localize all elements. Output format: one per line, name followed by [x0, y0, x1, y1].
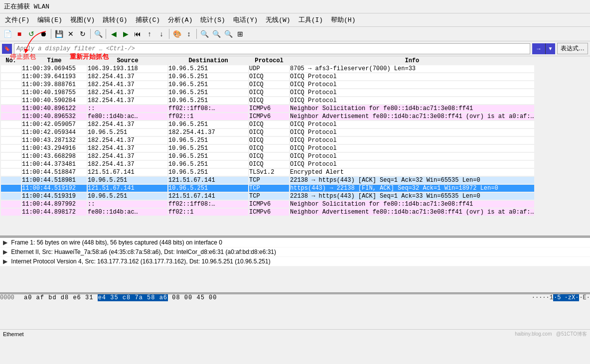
col-header-source: Source [88, 57, 167, 64]
table-row[interactable]: 11:00:43.668298182.254.41.3710.96.5.251O… [1, 153, 534, 160]
packet-detail: ▶ Frame 1: 56 bytes on wire (448 bits), … [0, 238, 590, 266]
cell-info: 22138 → https(443) [ACK] Seq=1 Ack=33 Wi… [290, 193, 534, 200]
close-file-btn[interactable]: ✕ [65, 28, 76, 39]
cell-time: 11:00:39.069455 [22, 65, 87, 72]
cell-proto: OICQ [249, 97, 289, 104]
cell-info: Encrypted Alert [290, 169, 534, 176]
expand-icon: ▶ [3, 248, 9, 255]
menu-item-f[interactable]: 文件(F) [2, 14, 32, 25]
colorize-btn[interactable]: 🎨 [171, 28, 182, 39]
zoom-normal-btn[interactable]: 🔍 [223, 28, 234, 39]
cell-source: 10.96.5.251 [88, 193, 167, 200]
cell-info: OICQ Protocol [290, 153, 534, 160]
cell-no [1, 89, 21, 96]
find-btn[interactable]: 🔍 [93, 28, 104, 39]
filter-apply-btn[interactable]: → [532, 43, 545, 54]
cell-dest: ff02::1ff08:… [168, 201, 248, 208]
table-row[interactable]: 11:00:42.05934410.96.5.251182.254.41.37O… [1, 129, 534, 136]
table-row[interactable]: 11:00:44.898172fe80::1d4b:ac…ff02::1ICMP… [1, 209, 534, 216]
table-row[interactable]: 11:00:44.519192121.51.67.14110.96.5.251T… [1, 185, 534, 192]
cell-source: 182.254.41.37 [88, 89, 167, 96]
table-row[interactable]: 11:00:39.888761182.254.41.3710.96.5.251O… [1, 81, 534, 88]
go-to-next-btn[interactable]: ↓ [156, 28, 167, 39]
menu-item-c[interactable]: 捕获(C) [133, 14, 163, 25]
menu-item-e[interactable]: 编辑(E) [34, 14, 65, 25]
cell-dest: 10.96.5.251 [168, 145, 248, 152]
table-row[interactable]: 11:00:40.590284182.254.41.3710.96.5.251O… [1, 97, 534, 104]
table-row[interactable]: 11:00:42.059057182.254.41.3710.96.5.251O… [1, 121, 534, 128]
table-row[interactable]: 11:00:40.896532fe80::1d4b:ac…ff02::1ICMP… [1, 113, 534, 120]
cell-source: 121.51.67.141 [88, 185, 167, 192]
expand-icon: ▶ [3, 239, 9, 246]
menu-item-w[interactable]: 无线(W) [263, 14, 293, 25]
cell-dest: 121.51.67.141 [168, 177, 248, 184]
menu-item-a[interactable]: 分析(A) [165, 14, 195, 25]
cell-info: OICQ Protocol [290, 145, 534, 152]
cell-dest: 10.96.5.251 [168, 121, 248, 128]
reload-btn[interactable]: ↻ [77, 28, 88, 39]
table-row[interactable]: 11:00:39.069455106.39.193.11810.96.5.251… [1, 65, 534, 72]
forward-btn[interactable]: ▶ [120, 28, 131, 39]
restart-capture-btn[interactable]: ↺ [26, 28, 37, 39]
cell-no [1, 209, 21, 216]
menu-item-h[interactable]: 帮助(H) [328, 14, 358, 25]
menu-item-y[interactable]: 电话(Y) [230, 14, 261, 25]
table-row[interactable]: 11:00:43.294916182.254.41.3710.96.5.251O… [1, 145, 534, 152]
detail-row[interactable]: ▶ Frame 1: 56 bytes on wire (448 bits), … [0, 238, 590, 247]
zoom-in-btn[interactable]: 🔍 [199, 28, 210, 39]
cell-no [1, 121, 21, 128]
hex-ascii-before: ·····1 [532, 294, 553, 301]
table-header-row: No. Time Source Destination Protocol Inf… [1, 57, 534, 64]
ethernet-label: Ethernet [3, 331, 24, 337]
table-row[interactable]: 11:00:39.641193182.254.41.3710.96.5.251O… [1, 73, 534, 80]
expand-icon: ▶ [3, 258, 9, 265]
resize-cols-btn[interactable]: ⊞ [235, 28, 246, 39]
menu-item-i[interactable]: 工具(I) [295, 14, 326, 25]
cell-dest: 10.96.5.251 [168, 97, 248, 104]
cell-time: 11:00:44.519319 [22, 193, 87, 200]
cell-source: 182.254.41.37 [88, 121, 167, 128]
filter-bookmark[interactable]: 🔖 [2, 44, 12, 54]
autoscroll-btn[interactable]: ↕ [183, 28, 194, 39]
save-btn[interactable]: 💾 [53, 28, 64, 39]
cell-proto: TCP [249, 185, 289, 192]
go-to-prev-btn[interactable]: ↑ [144, 28, 155, 39]
expression-btn[interactable]: 表达式… [557, 43, 588, 54]
col-header-time: Time [22, 57, 87, 64]
detail-row[interactable]: ▶ Internet Protocol Version 4, Src: 163.… [0, 257, 590, 266]
table-row[interactable]: 11:00:40.896122::ff02::1ff08:…ICMPv6Neig… [1, 105, 534, 112]
hex-bytes-before: a0 af bd d8 e6 31 [24, 294, 98, 301]
zoom-out-btn[interactable]: 🔍 [211, 28, 222, 39]
new-capture-btn[interactable]: 📄 [2, 28, 13, 39]
filter-input[interactable] [14, 43, 530, 54]
col-header-proto: Protocol [249, 57, 289, 64]
table-row[interactable]: 11:00:40.198755182.254.41.3710.96.5.251O… [1, 89, 534, 96]
menu-item-s[interactable]: 统计(S) [197, 14, 228, 25]
packet-list-area: No. Time Source Destination Protocol Inf… [0, 56, 590, 236]
table-row[interactable]: 11:00:44.51931910.96.5.251121.51.67.141T… [1, 193, 534, 200]
table-row[interactable]: 11:00:44.518847121.51.67.14110.96.5.251T… [1, 169, 534, 176]
cell-time: 11:00:44.897992 [22, 201, 87, 208]
cell-time: 11:00:39.888761 [22, 81, 87, 88]
table-row[interactable]: 11:00:44.51898110.96.5.251121.51.67.141T… [1, 177, 534, 184]
go-to-first-btn[interactable]: ⏮ [132, 28, 143, 39]
filter-dropdown-btn[interactable]: ▼ [545, 43, 555, 54]
table-row[interactable]: 11:00:43.287132182.254.41.3710.96.5.251O… [1, 137, 534, 144]
menu-item-v[interactable]: 视图(V) [67, 14, 98, 25]
cell-time: 11:00:44.373481 [22, 161, 87, 168]
cell-proto: OICQ [249, 89, 289, 96]
cell-info: OICQ Protocol [290, 129, 534, 136]
open-btn[interactable]: ⏺ [38, 28, 49, 39]
back-btn[interactable]: ◀ [108, 28, 119, 39]
stop-capture-btn[interactable]: ■ [14, 28, 25, 39]
menu-item-g[interactable]: 跳转(G) [100, 14, 130, 25]
detail-row[interactable]: ▶ Ethernet II, Src: HuaweiTe_7a:58:a6 (e… [0, 247, 590, 257]
cell-no [1, 145, 21, 152]
cell-info: OICQ Protocol [290, 73, 534, 80]
table-row[interactable]: 11:00:44.897992::ff02::1ff08:…ICMPv6Neig… [1, 201, 534, 208]
hex-ascii: ·····1·5 ·zX··E· [532, 294, 590, 301]
cell-proto: ICMPv6 [249, 113, 289, 120]
cell-no [1, 193, 21, 200]
cell-info: OICQ Protocol [290, 121, 534, 128]
table-row[interactable]: 11:00:44.373481182.254.41.3710.96.5.251O… [1, 161, 534, 168]
